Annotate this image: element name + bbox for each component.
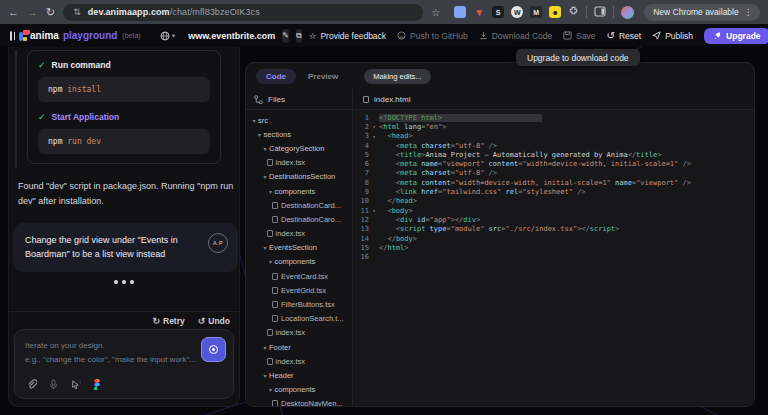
code-line[interactable]: 16: [353, 252, 754, 261]
retry-button[interactable]: ↻ Retry: [152, 316, 184, 326]
code-line[interactable]: 7 <meta charset="utf-8" />: [353, 169, 754, 178]
code-line-text: <head>: [379, 132, 413, 140]
browser-menu-icon[interactable]: ⋮: [744, 7, 753, 17]
tree-item-destinationcard-[interactable]: DestinationCard...: [246, 198, 352, 212]
code-line[interactable]: 3▾ <head>: [353, 132, 754, 141]
editor-pane: index.html 1<!DOCTYPE html>2▾<html lang=…: [353, 89, 754, 406]
tree-item-label: index.tsx: [276, 158, 306, 167]
site-info-icon[interactable]: ⇅: [73, 7, 81, 17]
tree-item-eventssection[interactable]: ▾EventsSection: [246, 241, 352, 255]
tree-item-locationsearch-t-[interactable]: LocationSearch.t...: [246, 312, 352, 326]
microphone-icon[interactable]: [49, 379, 58, 390]
address-bar[interactable]: ⇅ dev.animaapp.com/chat/mfl83bzeOIK3cs: [63, 4, 423, 21]
save-icon: [563, 31, 572, 40]
code-line[interactable]: 10 </head>: [353, 197, 754, 206]
extension-icon[interactable]: M: [530, 6, 542, 18]
tree-item-destinationssection[interactable]: ▾DestinationsSection: [246, 170, 352, 184]
site-selector[interactable]: ▾: [160, 31, 176, 41]
files-label: Files: [268, 95, 285, 104]
side-panel-icon[interactable]: [594, 3, 606, 21]
code-line[interactable]: 2▾<html lang="en">: [353, 122, 754, 131]
tree-item-components[interactable]: ▾components: [246, 255, 352, 269]
select-element-icon[interactable]: [70, 379, 81, 390]
files-pane: Files ▾src▾sections▾CategorySectionindex…: [246, 89, 353, 406]
extension-icon[interactable]: W: [511, 6, 523, 18]
extension-icon[interactable]: S: [492, 6, 504, 18]
code-editor[interactable]: 1<!DOCTYPE html>2▾<html lang="en">3▾ <he…: [353, 110, 754, 406]
tree-item-index-tsx[interactable]: index.tsx: [246, 156, 352, 170]
tree-item-eventcard-tsx[interactable]: EventCard.tsx: [246, 269, 352, 283]
tree-item-destinationcaro-[interactable]: DestinationCaro...: [246, 212, 352, 226]
input-toolbar: [26, 379, 101, 390]
extensions-puzzle-icon[interactable]: [568, 3, 579, 21]
edit-url-button[interactable]: ✎: [282, 29, 289, 43]
code-line[interactable]: 12 <div id="app"></div>: [353, 215, 754, 224]
tree-item-eventgrid-tsx[interactable]: EventGrid.tsx: [246, 283, 352, 297]
tree-item-desktopnavmen-[interactable]: DesktopNavMen...: [246, 397, 352, 406]
extension-icon[interactable]: [454, 6, 466, 18]
download-code-button[interactable]: Download Code: [479, 31, 552, 41]
figma-icon[interactable]: [93, 379, 101, 390]
code-line[interactable]: 14 </body>: [353, 234, 754, 243]
code-line[interactable]: 13 <script type="module" src="./src/inde…: [353, 225, 754, 234]
reload-icon[interactable]: ↻: [46, 7, 55, 18]
bookmark-star-icon[interactable]: ☆: [431, 7, 440, 18]
tree-item-index-tsx[interactable]: index.tsx: [246, 354, 352, 368]
tab-preview[interactable]: Preview: [308, 72, 338, 81]
push-to-github-button[interactable]: Push to GitHub: [397, 31, 468, 41]
forward-icon[interactable]: →: [27, 7, 38, 18]
tree-item-components[interactable]: ▾components: [246, 184, 352, 198]
code-line[interactable]: 9 <link href="tailwind.css" rel="stylesh…: [353, 187, 754, 196]
undo-icon: ↺: [198, 316, 206, 326]
tree-item-src[interactable]: ▾src: [246, 113, 352, 127]
sidebar-toggle-icon[interactable]: [10, 31, 12, 41]
check-icon: ✓: [38, 60, 46, 70]
extension-icon[interactable]: ☻: [549, 6, 561, 18]
workspace-panel: Code Preview Making edits... Files ▾src▾…: [245, 62, 755, 407]
project-site-url: www.eventbrite.com: [188, 31, 275, 41]
file-icon: [272, 400, 278, 406]
tree-item-footer[interactable]: ▾Footer: [246, 340, 352, 354]
code-line[interactable]: 8 <meta content="width=device-width, ini…: [353, 178, 754, 187]
publish-button[interactable]: Publish: [652, 31, 693, 41]
tree-item-index-tsx[interactable]: index.tsx: [246, 227, 352, 241]
fold-chevron-icon[interactable]: ▾: [369, 123, 379, 130]
chat-input[interactable]: Iterate on your design. e.g., "change th…: [14, 329, 234, 399]
profile-avatar[interactable]: [621, 6, 634, 19]
code-line[interactable]: 4 <meta charset="utf-8" />: [353, 141, 754, 150]
tree-item-label: src: [258, 116, 268, 125]
code-line[interactable]: 6 <meta name="viewport" content="width=d…: [353, 159, 754, 168]
fold-chevron-icon[interactable]: ▾: [369, 207, 379, 214]
provide-feedback-button[interactable]: ☆ Provide feedback: [309, 31, 386, 41]
tree-item-categorysection[interactable]: ▾CategorySection: [246, 141, 352, 155]
tab-code[interactable]: Code: [256, 69, 296, 84]
upgrade-button[interactable]: Upgrade: [704, 28, 768, 44]
back-icon[interactable]: ←: [8, 7, 19, 18]
new-chrome-button[interactable]: New Chrome available ⋮: [644, 4, 760, 21]
tree-item-label: DestinationCaro...: [281, 215, 341, 224]
pin-extension-icon[interactable]: ▼: [473, 6, 485, 18]
stop-generating-button[interactable]: [201, 337, 226, 362]
fold-chevron-icon[interactable]: ▾: [369, 133, 379, 140]
tree-item-header[interactable]: ▾Header: [246, 368, 352, 382]
undo-button[interactable]: ↺ Undo: [198, 316, 230, 326]
tree-item-sections[interactable]: ▾sections: [246, 127, 352, 141]
attach-file-icon[interactable]: [26, 379, 37, 390]
code-line[interactable]: 5 <title>Anima Project — Automatically g…: [353, 150, 754, 159]
copy-url-button[interactable]: ⧉: [296, 29, 302, 43]
publish-icon: [652, 31, 661, 40]
tree-item-filterbuttons-tsx[interactable]: FilterButtons.tsx: [246, 297, 352, 311]
code-line[interactable]: 11▾ <body>: [353, 206, 754, 215]
code-line[interactable]: 15</html>: [353, 243, 754, 252]
save-button[interactable]: Save: [563, 31, 595, 41]
tree-item-index-tsx[interactable]: index.tsx: [246, 326, 352, 340]
reset-button[interactable]: ↺ Reset: [607, 30, 642, 41]
open-file-tab[interactable]: index.html: [353, 89, 754, 110]
tree-item-components[interactable]: ▾components: [246, 383, 352, 397]
command-code-block: npm run dev: [38, 129, 210, 154]
code-line-text: <link href="tailwind.css" rel="styleshee…: [379, 188, 586, 196]
code-line[interactable]: 1<!DOCTYPE html>: [353, 113, 754, 122]
chevron-down-icon: ▾: [250, 117, 258, 124]
step-label: Run command: [52, 60, 111, 70]
code-line-text: <!DOCTYPE html>: [379, 114, 542, 122]
